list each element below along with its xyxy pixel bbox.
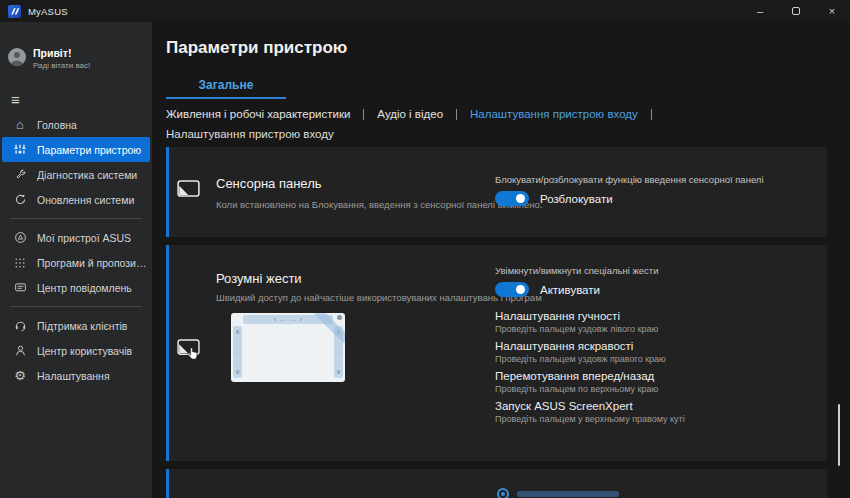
sidebar-item-my-asus-devices[interactable]: Мої пристрої ASUS (0, 225, 152, 250)
close-button[interactable]: × (814, 0, 850, 22)
smart-gestures-toggle[interactable] (495, 282, 529, 297)
hamburger-menu-icon[interactable]: ≡ (11, 94, 27, 106)
radio-selected[interactable] (497, 488, 509, 498)
update-icon (12, 192, 28, 208)
tab-general[interactable]: Загальне (166, 78, 286, 99)
gesture-item-brightness: Налаштування яскравості Проведіть пальце… (495, 339, 685, 365)
subtab-input-device[interactable]: Налаштування пристрою входу (470, 108, 638, 120)
greeting-text: Привіт! (33, 47, 71, 59)
sidebar-item-user-center[interactable]: Центр користувачів (0, 338, 152, 363)
welcome-text: Раді вітати вас! (33, 61, 90, 70)
person-icon (12, 343, 28, 359)
message-icon (12, 280, 28, 296)
page-title: Параметри пристрою (166, 38, 850, 58)
touchpad-icon (177, 180, 200, 201)
minimize-button[interactable]: – (742, 0, 778, 22)
arrow-up-icon: ∧ (235, 328, 240, 336)
touchpad-left-edge-zone: ∧ ∙ ∨ (233, 326, 242, 378)
dots-icon: ∙∙∙ (290, 316, 296, 323)
sliders-icon (12, 142, 28, 158)
main-panel: Параметри пристрою Загальне Живлення і р… (152, 22, 850, 498)
smart-gestures-card: Розумні жести Швидкий доступ до найчасті… (166, 245, 827, 461)
arrow-down-icon: ∨ (336, 368, 341, 376)
touchpad-toggle-label: Блокувати/розблокувати функцію введення … (495, 174, 764, 185)
subtab-separator (651, 109, 652, 120)
touchpad-lock-toggle[interactable] (495, 191, 529, 206)
touchpad-gesture-image: ‹ ∙∙∙ ∙∙∙ › ∧ ∙ ∨ ∧ ∙ ∨ (231, 313, 345, 382)
next-setting-card (166, 469, 827, 498)
titlebar: MyASUS – × (0, 0, 850, 22)
app-title: MyASUS (28, 6, 68, 17)
home-icon: ⌂ (12, 117, 28, 133)
maximize-button[interactable] (778, 0, 814, 22)
sidebar-item-device-settings[interactable]: Параметри пристрою (2, 137, 150, 162)
dots-icon: ∙∙∙ (280, 316, 286, 323)
toggle-knob (516, 194, 525, 203)
section-title: Налаштування пристрою входу (166, 128, 850, 140)
touchpad-card-title: Сенсорна панель (216, 176, 322, 191)
subtab-separator (456, 109, 457, 120)
hand-cursor-icon (187, 346, 198, 364)
sidebar-item-apps-offers[interactable]: Програми й пропозиції від... (0, 250, 152, 275)
gestures-toggle-state: Активувати (540, 284, 600, 296)
headset-icon (12, 318, 28, 334)
touchpad-card: Сенсорна панель Коли встановлено на Блок… (166, 147, 827, 237)
sidebar-divider (10, 218, 142, 219)
gestures-card-title: Розумні жести (216, 271, 302, 286)
gestures-toggle-row: Активувати (495, 282, 600, 297)
touchpad-toggle-row: Розблокувати (495, 191, 613, 206)
sidebar-item-customer-support[interactable]: Підтримка клієнтів (0, 313, 152, 338)
avatar[interactable] (8, 48, 26, 66)
gesture-item-seek: Перемотування вперед/назад Проведіть пал… (495, 369, 685, 395)
toggle-knob (516, 285, 525, 294)
grid-icon (12, 255, 28, 271)
arrow-down-icon: ∨ (235, 368, 240, 376)
gear-icon: ⚙ (12, 368, 28, 384)
sidebar-divider (10, 306, 142, 307)
gestures-card-description: Швидкий доступ до найчастіше використову… (216, 292, 542, 303)
sidebar: Привіт! Раді вітати вас! ≡ ⌂ Головна Пар… (0, 22, 152, 498)
gesture-item-screenxpert: Запуск ASUS ScreenXpert Проведіть пальце… (495, 399, 685, 425)
scrollbar-thumb[interactable] (838, 404, 840, 466)
subtab-bar: Живлення і робочі характеристики Аудіо і… (166, 108, 850, 120)
sidebar-item-message-center[interactable]: Центр повідомлень (0, 275, 152, 300)
gesture-list: Налаштування гучності Проведіть пальцем … (495, 309, 685, 429)
subtab-power[interactable]: Живлення і робочі характеристики (166, 108, 350, 120)
myasus-logo-icon (8, 5, 21, 18)
gesture-item-volume: Налаштування гучності Проведіть пальцем … (495, 309, 685, 335)
sidebar-item-system-update[interactable]: Оновлення системи (0, 187, 152, 212)
dot-icon: ∙ (237, 349, 239, 356)
subtab-audio-video[interactable]: Аудіо і відео (377, 108, 443, 120)
sidebar-item-home[interactable]: ⌂ Головна (0, 112, 152, 137)
device-badge-icon (12, 230, 28, 246)
arrow-left-icon: ‹ (274, 316, 276, 323)
touchpad-card-description: Коли встановлено на Блокування, введення… (216, 199, 542, 210)
sidebar-item-system-diagnosis[interactable]: Діагностика системи (0, 162, 152, 187)
gestures-toggle-label: Увімкнути/вимкнути спеціальні жести (495, 265, 659, 276)
sidebar-nav: ⌂ Головна Параметри пристрою Діагностика… (0, 112, 152, 388)
dot-icon: ∙ (338, 349, 340, 356)
maximize-icon (792, 7, 800, 15)
wrench-icon (12, 167, 28, 183)
radio-dot-icon (501, 492, 505, 496)
subtab-separator (363, 109, 364, 120)
arrow-right-icon: › (300, 316, 302, 323)
sidebar-item-settings[interactable]: ⚙ Налаштування (0, 363, 152, 388)
clipped-option-label (517, 491, 619, 497)
touchpad-corner-dot-icon (337, 315, 342, 320)
touchpad-toggle-state: Розблокувати (540, 193, 613, 205)
